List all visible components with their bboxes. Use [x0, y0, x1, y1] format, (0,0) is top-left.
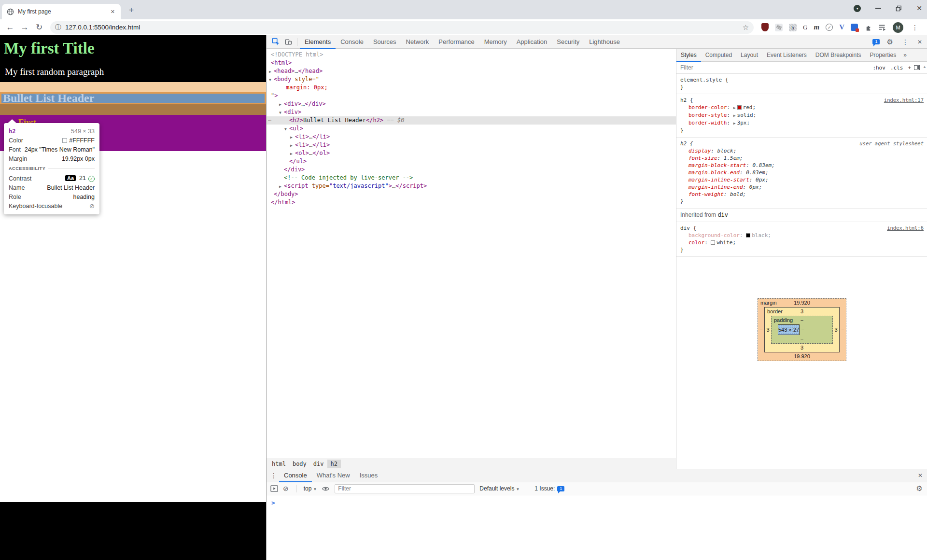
window-minimize-button[interactable]	[875, 8, 881, 9]
box-model-content[interactable]: 543 × 27	[778, 324, 800, 335]
dom-tree-node[interactable]: ">	[267, 92, 676, 100]
reload-icon[interactable]: ↻	[33, 22, 45, 32]
styles-filter-input[interactable]	[679, 64, 776, 71]
react-devtools-extension-icon[interactable]	[775, 24, 783, 31]
device-toolbar-icon[interactable]	[282, 36, 295, 48]
box-model-margin[interactable]: margin19.920 − border3 3 padding− − 543 …	[758, 298, 846, 361]
styles-toggle--[interactable]: +	[908, 65, 911, 71]
devtools-tab-console[interactable]: Console	[336, 35, 368, 49]
dom-tree-node[interactable]: </ul>	[267, 157, 676, 166]
css-property[interactable]: background-color: black;	[680, 232, 924, 239]
new-tab-button[interactable]: +	[126, 5, 137, 15]
issues-link[interactable]: 1 Issue: 1	[534, 485, 564, 492]
dom-tree-node[interactable]: </body>	[267, 190, 676, 198]
box-model-padding[interactable]: padding− − 543 × 27 − −	[771, 316, 833, 344]
css-property[interactable]: margin-block-start: 0.83em;	[680, 162, 924, 169]
shorthand-expand-icon[interactable]: ▶	[733, 121, 736, 126]
inherited-target-link[interactable]: div	[717, 211, 728, 218]
css-property[interactable]: border-style: ▶solid;	[680, 112, 924, 119]
expand-arrow-icon[interactable]: ▶	[290, 150, 295, 158]
devtools-settings-gear-icon[interactable]: ⚙	[886, 38, 893, 46]
expand-arrow-icon[interactable]: ▶	[279, 182, 284, 191]
css-property[interactable]: border-width: ▶3px;	[680, 119, 924, 127]
devtools-tab-elements[interactable]: Elements	[300, 35, 336, 49]
styles-toggle--hov[interactable]: :hov	[872, 65, 885, 71]
css-property[interactable]: color: white;	[680, 239, 924, 246]
g-extension-icon[interactable]: G	[803, 24, 807, 31]
live-expression-eye-icon[interactable]	[322, 486, 330, 492]
stylesheet-source-link[interactable]: index.html:17	[884, 97, 924, 104]
devtools-tab-application[interactable]: Application	[512, 35, 552, 49]
devtools-tab-memory[interactable]: Memory	[479, 35, 512, 49]
styles-tab-styles[interactable]: Styles	[676, 49, 701, 62]
devtools-close-icon[interactable]: ✕	[917, 39, 922, 45]
dom-tree-node[interactable]: ▼<body style="	[267, 75, 676, 84]
css-property[interactable]: margin-block-end: 0.83em;	[680, 169, 924, 176]
tab-close-icon[interactable]: ✕	[109, 8, 117, 16]
dom-tree-node[interactable]: margin: 0px;	[267, 84, 676, 92]
url-text[interactable]: 127.0.0.1:5500/index.html	[65, 24, 743, 31]
console-sidebar-icon[interactable]	[270, 485, 278, 492]
more-tabs-chevron-icon[interactable]: »	[900, 52, 910, 58]
console-settings-gear-icon[interactable]: ⚙	[916, 484, 927, 493]
inspect-element-icon[interactable]	[269, 36, 282, 48]
devtools-tab-sources[interactable]: Sources	[368, 35, 401, 49]
dom-tree-node[interactable]: </html>	[267, 198, 676, 207]
titlebar-extension-icon[interactable]: ▼	[854, 5, 861, 12]
dom-tree-node[interactable]: <html>	[267, 59, 676, 67]
log-levels-selector[interactable]: Default levels▼	[479, 485, 520, 492]
devtools-tab-network[interactable]: Network	[401, 35, 434, 49]
media-queue-icon[interactable]	[878, 24, 886, 31]
dom-tree-node[interactable]: ▶<script type="text/javascript">…</scrip…	[267, 182, 676, 190]
shorthand-expand-icon[interactable]: ▶	[733, 106, 736, 110]
styles-tab-properties[interactable]: Properties	[866, 49, 901, 62]
drawer-tab-what-s-new[interactable]: What's New	[312, 469, 355, 482]
collapse-arrow-icon[interactable]: ▼	[284, 125, 289, 133]
ublock-extension-icon[interactable]	[761, 23, 769, 31]
scrollbar-up-arrow[interactable]: ▲	[923, 65, 927, 69]
issues-counter-icon[interactable]: 1	[872, 39, 880, 44]
rule-selector[interactable]: div {	[680, 224, 696, 232]
browser-tab[interactable]: My first page ✕	[2, 4, 121, 19]
css-property[interactable]: display: block;	[680, 147, 924, 154]
clear-console-icon[interactable]: ⊘	[283, 485, 289, 492]
devtools-tab-security[interactable]: Security	[552, 35, 584, 49]
check-circle-extension-icon[interactable]: ✓	[826, 24, 833, 31]
expand-arrow-icon[interactable]: ▶	[290, 141, 295, 150]
dom-tree-node[interactable]: ▶<li>…</li>	[267, 141, 676, 149]
drawer-tab-console[interactable]: Console	[279, 469, 312, 482]
expand-arrow-icon[interactable]: ▶	[290, 133, 295, 141]
forward-icon[interactable]: →	[18, 23, 31, 32]
dom-tree-node[interactable]: <!-- Code injected by live-server -->	[267, 174, 676, 182]
shorthand-expand-icon[interactable]: ▶	[733, 113, 736, 118]
dom-tree-node[interactable]: ▶<div>…</div>	[267, 100, 676, 108]
rule-selector[interactable]: h2 {	[680, 97, 693, 104]
css-color-swatch[interactable]	[746, 233, 750, 238]
dom-tree-node[interactable]: ▶<ol>…</ol>	[267, 149, 676, 157]
styles-tab-computed[interactable]: Computed	[701, 49, 736, 62]
css-color-swatch[interactable]	[711, 240, 715, 245]
m-extension-icon[interactable]: m	[814, 23, 819, 31]
rule-selector[interactable]: element.style {	[680, 76, 728, 84]
window-close-button[interactable]: ✕	[916, 4, 922, 12]
toggle-panel-icon[interactable]	[914, 65, 920, 70]
window-restore-button[interactable]	[896, 5, 902, 12]
expand-arrow-icon[interactable]: ▶	[269, 68, 274, 76]
back-icon[interactable]: ←	[4, 23, 16, 32]
dom-tree-node[interactable]: ▶<li>…</li>	[267, 133, 676, 141]
site-info-icon[interactable]: ⓘ	[55, 23, 61, 32]
h-extension-icon[interactable]: h	[789, 24, 797, 31]
dom-tree-node[interactable]: </div>	[267, 166, 676, 174]
styles-tab-layout[interactable]: Layout	[736, 49, 762, 62]
dom-tree-node[interactable]: ▼<ul>	[267, 125, 676, 133]
collapse-arrow-icon[interactable]: ▼	[269, 76, 274, 84]
styles-toggle--cls[interactable]: .cls	[890, 65, 903, 71]
devtools-menu-kebab-icon[interactable]: ⋮	[900, 38, 911, 46]
breadcrumb-html[interactable]: html	[268, 460, 289, 468]
css-property[interactable]: margin-inline-start: 0px;	[680, 176, 924, 183]
css-property[interactable]: margin-inline-end: 0px;	[680, 183, 924, 191]
stylesheet-source-link[interactable]: index.html:6	[887, 224, 924, 232]
css-color-swatch[interactable]	[737, 105, 742, 110]
devtools-tab-performance[interactable]: Performance	[434, 35, 479, 49]
dom-tree-node[interactable]: <!DOCTYPE html>	[267, 51, 676, 59]
